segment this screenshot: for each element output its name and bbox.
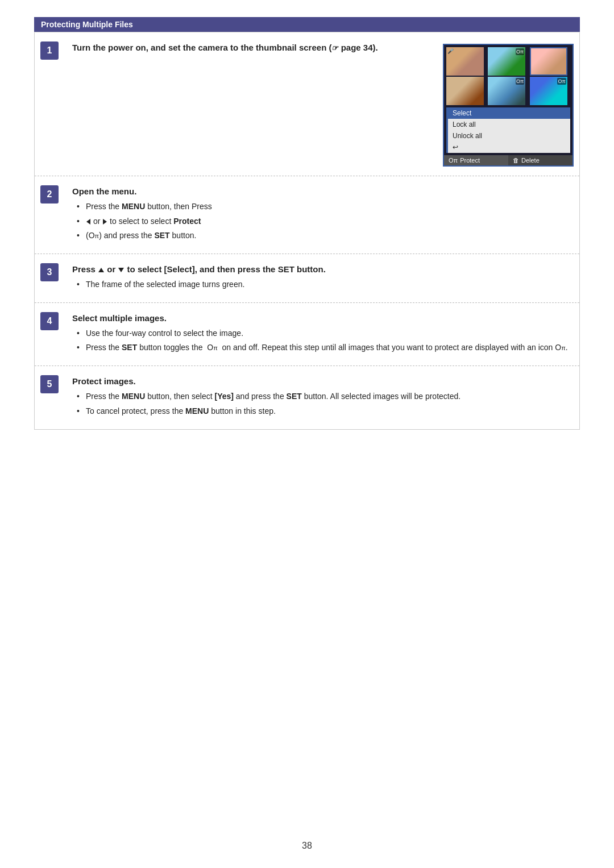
camera-screen: 🎤 Oπ Oπ <box>443 44 574 167</box>
camera-ui-mockup: 🎤 Oπ Oπ <box>443 44 574 167</box>
step-5-row: 5 Protect images. Press the MENU button,… <box>35 366 579 429</box>
bottom-protect: Oπ Protect <box>444 155 508 165</box>
thumb-4 <box>446 77 484 105</box>
thumb-1: 🎤 <box>446 47 484 76</box>
step-4-header: Select multiple images. <box>72 312 574 324</box>
step-5-header: Protect images. <box>72 375 574 387</box>
arrow-right-icon <box>103 219 107 225</box>
thumbnail-grid: 🎤 Oπ Oπ <box>444 45 572 107</box>
step-2-number: 2 <box>40 185 59 203</box>
step-3-header: Press or to select [Select], and then pr… <box>72 263 574 275</box>
step-2-bullet-2: or to select to select Protect <box>77 215 574 228</box>
up-arrow-icon <box>98 268 104 272</box>
step-3-content: Press or to select [Select], and then pr… <box>69 261 579 296</box>
down-arrow-icon <box>118 268 124 272</box>
section-header: Protecting Multiple Files <box>34 17 580 32</box>
camera-menu: Select Lock all Unlock all ↩ <box>446 107 570 153</box>
step-5-number-col: 5 <box>35 373 69 393</box>
step-2-bullets: Press the MENU button, then Press or to … <box>72 201 574 242</box>
menu-item-unlockall: Unlock all <box>448 130 570 142</box>
page-container: Protecting Multiple Files 1 Turn the pow… <box>0 0 614 868</box>
step-4-row: 4 Select multiple images. Use the four-w… <box>35 303 579 366</box>
thumb-2: Oπ <box>488 47 525 76</box>
step-2-content: Open the menu. Press the MENU button, th… <box>69 183 579 247</box>
step-2-bullet-3: (Oπ) and press the SET button. <box>77 230 574 242</box>
step-1-row: 1 Turn the power on, and set the camera … <box>35 32 579 176</box>
step-3-number: 3 <box>40 263 59 281</box>
step-3-number-col: 3 <box>35 261 69 281</box>
step-1-text: Turn the power on, and set the camera to… <box>72 41 432 167</box>
menu-item-select: Select <box>448 107 570 119</box>
step-4-bullets: Use the four-way control to select the i… <box>72 327 574 354</box>
step-2-row: 2 Open the menu. Press the MENU button, … <box>35 176 579 254</box>
step-3-bullets: The frame of the selected image turns gr… <box>72 279 574 291</box>
protect-icon-6: Oπ <box>557 78 566 85</box>
step-1-number-col: 1 <box>35 39 69 60</box>
step-5-bullet-1: Press the MENU button, then select [Yes]… <box>77 391 574 403</box>
protect-icon-2: Oπ <box>516 48 524 55</box>
trash-icon: 🗑 <box>513 157 519 164</box>
page-number-text: 38 <box>302 841 312 850</box>
step-4-content: Select multiple images. Use the four-way… <box>69 310 579 359</box>
arrow-left-icon <box>86 219 90 225</box>
step-5-number: 5 <box>40 375 59 393</box>
step-4-number: 4 <box>40 312 59 330</box>
step-5-content: Protect images. Press the MENU button, t… <box>69 373 579 422</box>
step-5-bullets: Press the MENU button, then select [Yes]… <box>72 391 574 417</box>
mic-icon: 🎤 <box>447 48 454 54</box>
menu-item-lockall: Lock all <box>448 119 570 130</box>
step-1-header: Turn the power on, and set the camera to… <box>72 41 432 53</box>
steps-container: 1 Turn the power on, and set the camera … <box>34 32 580 430</box>
step-1-number: 1 <box>40 41 59 60</box>
step-4-bullet-2: Press the SET button toggles the Oπ on a… <box>77 342 574 354</box>
protect-symbol: Oπ <box>449 157 458 164</box>
step-5-bullet-2: To cancel protect, press the MENU button… <box>77 405 574 418</box>
bottom-delete: 🗑 Delete <box>508 155 572 165</box>
step-3-bullet-1: The frame of the selected image turns gr… <box>77 279 574 291</box>
camera-bottom-bar: Oπ Protect 🗑 Delete <box>444 155 572 165</box>
step-2-bullet-1: Press the MENU button, then Press <box>77 201 574 213</box>
step-4-bullet-1: Use the four-way control to select the i… <box>77 327 574 340</box>
or-text: or <box>93 217 102 226</box>
section-title: Protecting Multiple Files <box>41 20 133 29</box>
step-3-row: 3 Press or to select [Select], and then … <box>35 254 579 303</box>
protect-icon-5: Oπ <box>516 78 524 85</box>
menu-item-back: ↩ <box>448 142 570 153</box>
delete-label: Delete <box>521 157 540 164</box>
protect-label: Protect <box>460 157 480 164</box>
step-4-number-col: 4 <box>35 310 69 330</box>
step-2-header: Open the menu. <box>72 185 574 197</box>
thumb-3 <box>530 47 567 76</box>
step-2-number-col: 2 <box>35 183 69 203</box>
thumb-5: Oπ <box>488 77 525 105</box>
step-1-content: Turn the power on, and set the camera to… <box>69 39 579 169</box>
page-number: 38 <box>302 841 312 851</box>
thumb-6: Oπ <box>530 77 567 105</box>
